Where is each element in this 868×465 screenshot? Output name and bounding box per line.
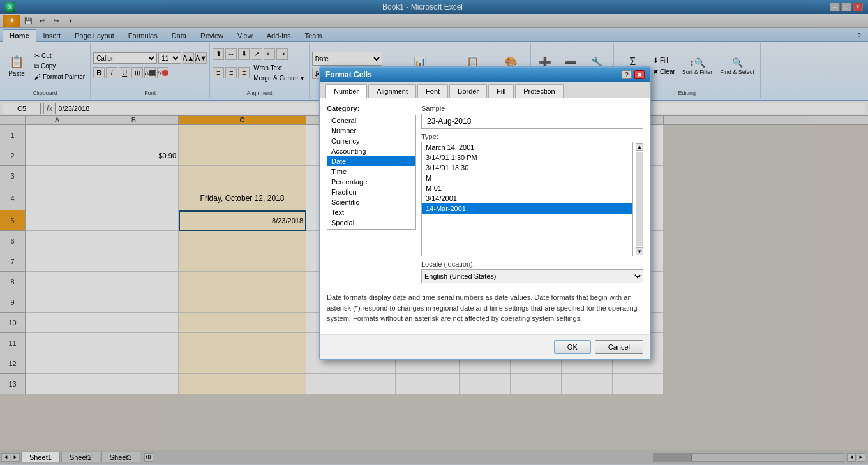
sample-value: 23-Aug-2018: [421, 114, 643, 129]
dialog-footer: OK Cancel: [320, 334, 650, 359]
type-3[interactable]: M: [422, 173, 632, 183]
cat-fraction[interactable]: Fraction: [327, 187, 415, 197]
dialog-help-btn[interactable]: ?: [622, 70, 632, 79]
type-6[interactable]: 14-Mar-2001: [422, 203, 632, 214]
dialog-tab-number[interactable]: Number: [326, 84, 367, 98]
type-4[interactable]: M-01: [422, 183, 632, 193]
type-list[interactable]: March 14, 2001 3/14/01 1:30 PM 3/14/01 1…: [421, 142, 633, 256]
category-label: Category:: [327, 105, 416, 112]
cat-time[interactable]: Time: [327, 166, 415, 177]
format-cells-dialog: Format Cells ? ✕ Number Alignment Font B…: [319, 66, 651, 360]
dialog-tabs: Number Alignment Font Border Fill Protec…: [320, 82, 650, 98]
description-text: Date formats display date and time seria…: [327, 288, 643, 328]
ok-button[interactable]: OK: [554, 340, 591, 354]
type-scroll-up-btn[interactable]: ▲: [636, 143, 643, 151]
type-1[interactable]: 3/14/01 1:30 PM: [422, 152, 632, 163]
type-scroll-track[interactable]: [636, 152, 643, 246]
dialog-tab-protection[interactable]: Protection: [515, 84, 564, 98]
dialog-tab-alignment[interactable]: Alignment: [368, 84, 416, 98]
dialog-title: Format Cells: [326, 70, 372, 79]
type-scroll-down-btn[interactable]: ▼: [636, 247, 643, 255]
type-0[interactable]: March 14, 2001: [422, 142, 632, 152]
locale-select[interactable]: English (United States): [421, 269, 643, 283]
cat-percentage[interactable]: Percentage: [327, 177, 415, 187]
sample-label: Sample: [421, 105, 643, 112]
cat-date[interactable]: Date: [327, 156, 415, 166]
cat-currency[interactable]: Currency: [327, 136, 415, 146]
dialog-close-btn[interactable]: ✕: [634, 70, 645, 79]
type-2[interactable]: 3/14/01 13:30: [422, 163, 632, 173]
modal-overlay: Format Cells ? ✕ Number Alignment Font B…: [0, 0, 868, 465]
cat-accounting[interactable]: Accounting: [327, 146, 415, 156]
type-5[interactable]: 3/14/2001: [422, 193, 632, 203]
dialog-tab-font[interactable]: Font: [417, 84, 448, 98]
cancel-button[interactable]: Cancel: [595, 340, 643, 354]
cat-custom[interactable]: Custom: [327, 228, 415, 230]
type-label: Type:: [421, 133, 643, 140]
locale-label: Locale (location):: [421, 260, 643, 268]
dialog-tab-fill[interactable]: Fill: [488, 84, 514, 98]
dialog-titlebar: Format Cells ? ✕: [320, 68, 650, 82]
dialog-body: Category: General Number Currency Accoun…: [320, 98, 650, 334]
cat-number[interactable]: Number: [327, 126, 415, 136]
cat-general[interactable]: General: [327, 115, 415, 126]
category-list[interactable]: General Number Currency Accounting Date …: [327, 115, 416, 230]
cat-special[interactable]: Special: [327, 218, 415, 228]
dialog-tab-border[interactable]: Border: [449, 84, 487, 98]
cat-text[interactable]: Text: [327, 207, 415, 218]
cat-scientific[interactable]: Scientific: [327, 197, 415, 207]
